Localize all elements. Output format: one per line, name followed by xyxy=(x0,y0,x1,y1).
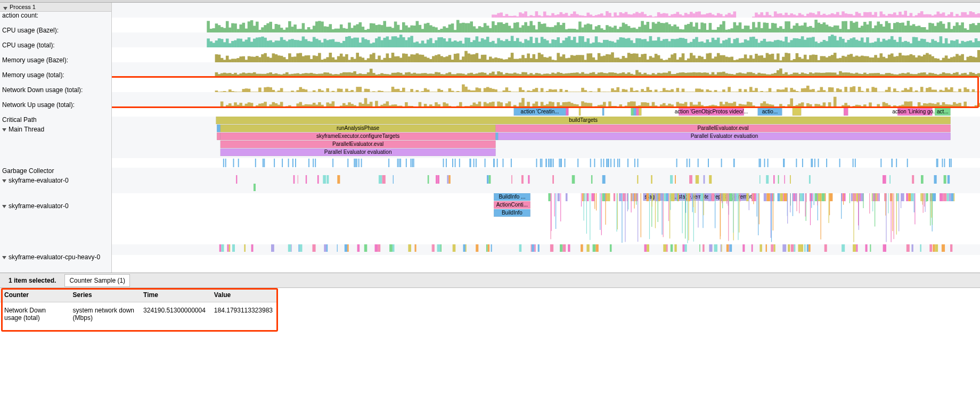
svg-rect-605 xyxy=(603,40,606,47)
svg-rect-1278 xyxy=(899,73,902,77)
svg-rect-1914 xyxy=(594,159,595,167)
track-lane[interactable]: action 'Creatin...action 'GenObjcProtos … xyxy=(112,107,980,117)
track-lane[interactable] xyxy=(112,47,980,62)
track-lane[interactable] xyxy=(112,158,980,168)
svg-rect-2327 xyxy=(437,244,441,252)
svg-rect-771 xyxy=(288,53,291,62)
track-lane[interactable] xyxy=(112,168,980,193)
svg-rect-1108 xyxy=(437,72,440,77)
svg-rect-2370 xyxy=(752,244,753,252)
svg-rect-1140 xyxy=(524,72,527,77)
svg-rect-2255 xyxy=(771,193,772,242)
track-label[interactable]: skyframe-evaluator-cpu-heavy-0 xyxy=(0,253,111,264)
svg-rect-627 xyxy=(663,39,666,47)
svg-rect-267 xyxy=(459,23,462,33)
svg-rect-617 xyxy=(635,38,639,47)
svg-rect-1407 xyxy=(484,88,487,92)
track-lane[interactable] xyxy=(112,92,980,107)
table-header[interactable]: Series xyxy=(69,288,139,302)
svg-rect-176 xyxy=(213,28,216,32)
svg-rect-1289 xyxy=(928,73,932,77)
svg-rect-553 xyxy=(462,44,465,47)
svg-rect-2034 xyxy=(487,175,489,184)
svg-rect-182 xyxy=(228,28,232,32)
track-lane[interactable] xyxy=(112,77,980,92)
svg-rect-2397 xyxy=(935,244,938,252)
svg-rect-1324 xyxy=(258,88,262,93)
svg-rect-491 xyxy=(293,40,297,47)
track-label[interactable]: action count: xyxy=(0,12,111,27)
track-label[interactable]: Main Thread xyxy=(0,126,111,167)
svg-rect-242 xyxy=(391,28,395,32)
svg-rect-1556 xyxy=(888,87,891,92)
svg-rect-257 xyxy=(432,27,435,32)
svg-rect-1017 xyxy=(956,54,959,62)
svg-rect-1059 xyxy=(305,73,308,77)
svg-rect-1978 xyxy=(315,159,316,167)
track-label[interactable]: CPU usage (Bazel): xyxy=(0,27,111,42)
svg-rect-231 xyxy=(362,27,365,32)
svg-rect-116 xyxy=(823,14,826,18)
track-label[interactable]: Network Down usage (total): xyxy=(0,86,111,101)
svg-rect-900 xyxy=(638,57,641,62)
track-label[interactable]: skyframe-evaluator-0 xyxy=(0,202,111,253)
track-lane[interactable]: BuildInfo ...stag...st...stage.remote.pr… xyxy=(112,193,980,244)
svg-rect-2323 xyxy=(408,244,411,252)
svg-rect-1977 xyxy=(238,159,239,167)
svg-rect-1285 xyxy=(918,73,921,77)
svg-rect-251 xyxy=(416,21,419,33)
svg-rect-1157 xyxy=(570,73,574,77)
svg-rect-690 xyxy=(834,36,837,47)
svg-rect-965 xyxy=(814,55,818,62)
track-label[interactable]: Garbage Collector xyxy=(0,167,111,177)
svg-rect-706 xyxy=(877,38,880,47)
svg-rect-406 xyxy=(836,26,839,32)
tracks-panel[interactable]: action 'Creatin...action 'GenObjcProtos … xyxy=(112,3,980,273)
svg-rect-1226 xyxy=(757,73,761,77)
track-lane[interactable] xyxy=(112,18,980,32)
svg-rect-502 xyxy=(323,39,326,47)
svg-rect-2050 xyxy=(709,175,712,184)
svg-rect-714 xyxy=(899,37,902,47)
track-label[interactable]: Critical Path xyxy=(0,116,111,126)
svg-rect-449 xyxy=(953,26,956,32)
svg-rect-561 xyxy=(484,39,487,47)
svg-rect-919 xyxy=(690,53,693,62)
svg-rect-222 xyxy=(337,29,340,32)
tab-counter-sample[interactable]: Counter Sample (1) xyxy=(64,274,130,287)
svg-rect-253 xyxy=(421,29,424,32)
svg-rect-2166 xyxy=(911,193,913,201)
table-header[interactable]: Time xyxy=(139,288,210,302)
svg-rect-765 xyxy=(272,53,275,62)
svg-rect-1579 xyxy=(950,87,953,92)
svg-rect-424 xyxy=(885,21,888,32)
table-header[interactable]: Value xyxy=(210,288,277,302)
track-label[interactable]: Memory usage (Bazel): xyxy=(0,56,111,71)
svg-rect-1084 xyxy=(372,73,375,77)
track-label[interactable]: Memory usage (total): xyxy=(0,71,111,86)
svg-rect-95 xyxy=(766,12,769,18)
svg-rect-1273 xyxy=(885,73,888,77)
svg-rect-1280 xyxy=(904,73,907,77)
svg-rect-1497 xyxy=(728,87,731,92)
track-label[interactable]: CPU usage (total): xyxy=(0,42,111,56)
track-lane[interactable]: buildTargetsrunAnalysisPhaseParallelEval… xyxy=(112,117,980,158)
svg-rect-934 xyxy=(730,57,733,63)
svg-rect-262 xyxy=(446,28,449,32)
process-header[interactable]: Process 1 xyxy=(0,3,111,12)
track-lane[interactable] xyxy=(112,32,980,47)
svg-rect-570 xyxy=(508,41,511,47)
svg-rect-863 xyxy=(538,53,541,62)
svg-rect-458 xyxy=(977,23,980,32)
svg-rect-1016 xyxy=(953,56,956,62)
track-lane[interactable] xyxy=(112,244,980,255)
svg-rect-1718 xyxy=(562,102,566,107)
track-lane[interactable] xyxy=(112,3,980,18)
track-lane[interactable] xyxy=(112,62,980,77)
svg-rect-233 xyxy=(367,29,370,32)
track-label[interactable]: skyframe-evaluator-0 xyxy=(0,177,111,202)
table-header[interactable]: Counter xyxy=(0,288,69,302)
svg-rect-838 xyxy=(470,54,473,62)
track-label[interactable]: Network Up usage (total): xyxy=(0,101,111,116)
svg-rect-234 xyxy=(370,23,373,32)
